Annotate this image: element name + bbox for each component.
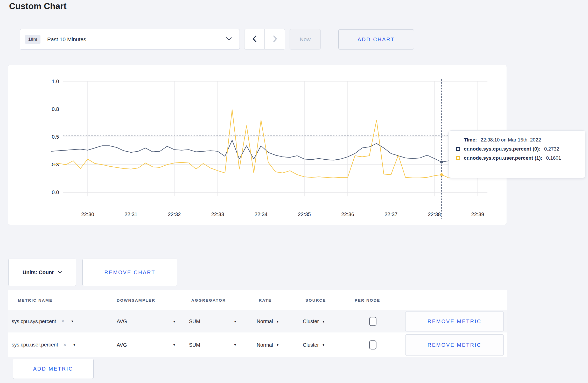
svg-text:22:35: 22:35 xyxy=(298,211,311,217)
metric-row: sys.cpu.user.percent × ▼ AVG ▼ SUM ▼ Nor… xyxy=(8,332,507,357)
col-header-per-node: PER NODE xyxy=(355,298,380,303)
chart-panel[interactable]: 0.00.30.50.81.022:3022:3122:3222:3322:34… xyxy=(8,65,507,225)
tooltip-series-row: cr.node.sys.cpu.sys.percent (0): 0.2732 xyxy=(456,146,579,152)
time-nav-group xyxy=(244,29,285,49)
units-dropdown[interactable]: Units: Count xyxy=(8,259,76,286)
chevron-left-icon xyxy=(252,35,257,44)
remove-metric-button[interactable]: REMOVE METRIC xyxy=(405,311,504,331)
source-value: Cluster xyxy=(303,342,319,348)
svg-text:0.0: 0.0 xyxy=(52,189,59,195)
svg-text:22:32: 22:32 xyxy=(168,211,181,217)
caret-down-icon: ▼ xyxy=(276,320,279,323)
time-range-dropdown[interactable]: 10m Past 10 Minutes xyxy=(20,29,240,49)
rate-value: Normal xyxy=(257,342,273,348)
caret-down-icon[interactable]: ▼ xyxy=(71,320,74,323)
col-header-downsampler: DOWNSAMPLER xyxy=(117,298,155,303)
svg-text:22:33: 22:33 xyxy=(211,211,224,217)
units-label: Units: Count xyxy=(23,269,54,275)
caret-down-icon: ▼ xyxy=(173,343,176,347)
svg-text:0.8: 0.8 xyxy=(52,106,59,112)
timeseries-chart: 0.00.30.50.81.022:3022:3122:3222:3322:34… xyxy=(8,65,507,225)
tooltip-series-value: 0.2732 xyxy=(544,146,559,152)
time-range-label: Past 10 Minutes xyxy=(47,36,86,42)
chevron-down-icon xyxy=(226,37,232,42)
remove-metric-button[interactable]: REMOVE METRIC xyxy=(405,334,504,356)
clear-metric-icon[interactable]: × xyxy=(61,318,65,325)
metrics-table-header: METRIC NAME DOWNSAMPLER AGGREGATOR RATE … xyxy=(8,290,507,310)
clear-metric-icon[interactable]: × xyxy=(63,342,67,348)
svg-text:22:37: 22:37 xyxy=(384,211,397,217)
tooltip-series-value: 0.1601 xyxy=(546,155,561,161)
source-select[interactable]: Cluster ▼ xyxy=(303,318,325,324)
per-node-checkbox[interactable] xyxy=(369,340,376,349)
downsampler-select[interactable]: AVG ▼ xyxy=(117,318,176,324)
aggregator-value: SUM xyxy=(189,342,200,348)
caret-down-icon: ▼ xyxy=(322,320,325,323)
metric-name-select[interactable]: sys.cpu.sys.percent × ▼ xyxy=(12,318,74,325)
col-header-rate: RATE xyxy=(259,298,272,303)
col-header-source: SOURCE xyxy=(305,298,326,303)
caret-down-icon: ▼ xyxy=(234,343,237,347)
rate-value: Normal xyxy=(257,318,273,324)
aggregator-select[interactable]: SUM ▼ xyxy=(189,342,237,348)
downsampler-value: AVG xyxy=(117,318,127,324)
svg-text:0.5: 0.5 xyxy=(52,134,59,140)
metric-row: sys.cpu.sys.percent × ▼ AVG ▼ SUM ▼ Norm… xyxy=(8,310,507,332)
tooltip-series-label: cr.node.sys.cpu.user.percent (1): xyxy=(464,155,542,161)
caret-down-icon: ▼ xyxy=(322,343,325,347)
svg-text:22:38: 22:38 xyxy=(428,211,441,217)
remove-chart-button[interactable]: REMOVE CHART xyxy=(82,259,177,286)
metric-name-value: sys.cpu.sys.percent xyxy=(12,318,56,324)
per-node-checkbox[interactable] xyxy=(369,317,376,326)
metric-name-select[interactable]: sys.cpu.user.percent × ▼ xyxy=(12,342,76,348)
time-range-badge: 10m xyxy=(25,35,40,44)
prev-time-button[interactable] xyxy=(244,29,265,49)
page-title: Custom Chart xyxy=(9,1,67,11)
caret-down-icon[interactable]: ▼ xyxy=(73,343,76,347)
add-metric-button[interactable]: ADD METRIC xyxy=(13,359,94,379)
chart-tooltip: Time: 22:38:10 on Mar 15th, 2022 cr.node… xyxy=(449,130,585,178)
user-series-swatch-icon xyxy=(456,156,460,160)
chevron-down-icon xyxy=(58,270,62,275)
col-header-metric-name: METRIC NAME xyxy=(18,298,53,303)
downsampler-value: AVG xyxy=(117,342,127,348)
caret-down-icon: ▼ xyxy=(234,320,237,323)
aggregator-value: SUM xyxy=(189,318,200,324)
next-time-button[interactable] xyxy=(265,29,285,49)
source-select[interactable]: Cluster ▼ xyxy=(303,342,325,348)
caret-down-icon: ▼ xyxy=(173,320,176,323)
svg-text:22:36: 22:36 xyxy=(341,211,354,217)
caret-down-icon: ▼ xyxy=(276,343,279,347)
source-value: Cluster xyxy=(303,318,319,324)
rate-select[interactable]: Normal ▼ xyxy=(257,318,279,324)
svg-text:22:30: 22:30 xyxy=(81,211,94,217)
svg-text:1.0: 1.0 xyxy=(52,79,59,84)
sys-series-swatch-icon xyxy=(456,147,460,151)
now-button[interactable]: Now xyxy=(290,29,321,49)
col-header-aggregator: AGGREGATOR xyxy=(191,298,226,303)
per-node-cell xyxy=(369,340,376,349)
chevron-right-icon xyxy=(272,35,278,44)
metric-name-value: sys.cpu.user.percent xyxy=(12,342,58,348)
svg-text:22:34: 22:34 xyxy=(255,211,268,217)
aggregator-select[interactable]: SUM ▼ xyxy=(189,318,237,324)
svg-text:22:31: 22:31 xyxy=(124,211,137,217)
tooltip-series-label: cr.node.sys.cpu.sys.percent (0): xyxy=(464,146,541,152)
tooltip-time-row: Time: 22:38:10 on Mar 15th, 2022 xyxy=(456,137,579,143)
tooltip-time-value: 22:38:10 on Mar 15th, 2022 xyxy=(480,137,541,143)
svg-text:22:39: 22:39 xyxy=(471,211,484,217)
add-chart-button[interactable]: ADD CHART xyxy=(338,29,414,49)
rate-select[interactable]: Normal ▼ xyxy=(257,342,279,348)
downsampler-select[interactable]: AVG ▼ xyxy=(117,342,176,348)
tooltip-time-label: Time: xyxy=(464,137,477,143)
toolbar-left-divider xyxy=(8,29,8,49)
per-node-cell xyxy=(369,317,376,326)
tooltip-series-row: cr.node.sys.cpu.user.percent (1): 0.1601 xyxy=(456,155,579,161)
